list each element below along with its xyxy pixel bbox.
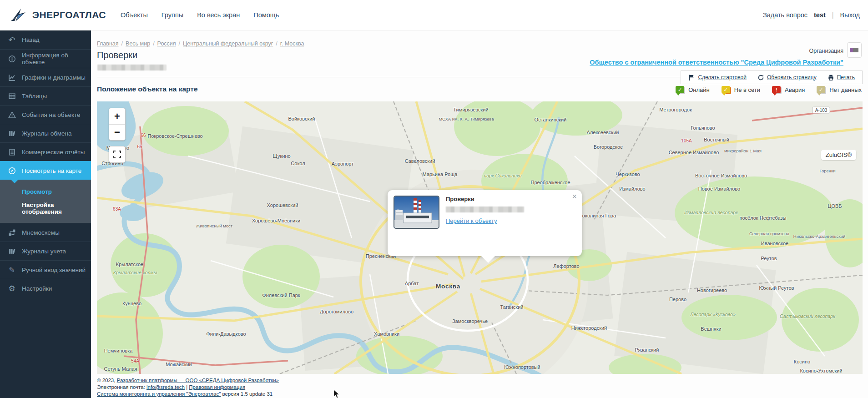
header-divider: | xyxy=(832,11,834,19)
sidebar-item-1[interactable]: Информация об объекте xyxy=(0,49,91,68)
menu-item-0[interactable]: Объекты xyxy=(121,11,148,19)
sidebar-item-label: Посмотреть на карте xyxy=(22,167,81,174)
footer-text: © 2023, xyxy=(97,378,117,383)
footer-text: Электронная почта: xyxy=(97,384,146,390)
sidebar-item-7[interactable]: Посмотреть на карте xyxy=(0,161,91,180)
sidebar-item-label: Журналы обмена xyxy=(22,130,71,137)
ask-question-link[interactable]: Задать вопрос xyxy=(763,11,807,19)
redacted-address xyxy=(97,65,167,71)
popup-redacted-address xyxy=(446,207,524,212)
legend-label: Авария xyxy=(785,86,805,93)
warning-icon xyxy=(7,110,16,119)
sidebar-item-4[interactable]: События на объекте xyxy=(0,105,91,124)
footer-link[interactable]: Правовая информация xyxy=(189,384,245,390)
sidebar-item-label: Таблицы xyxy=(22,93,47,100)
menu-item-3[interactable]: Помощь xyxy=(253,11,279,19)
menu-item-2[interactable]: Во весь экран xyxy=(197,11,240,19)
flag-icon xyxy=(688,74,695,81)
gear-icon: ⚙ xyxy=(7,284,16,293)
map-canvas[interactable]: МякининоСтрогиноПокровское-СтрешневоВойк… xyxy=(97,101,863,374)
popup-title: Проверки xyxy=(446,196,474,202)
refresh-page-button[interactable]: Обновить страницу xyxy=(757,74,817,81)
breadcrumb-separator: / xyxy=(121,40,123,47)
footer-link[interactable]: info@sreda.tech xyxy=(146,384,185,390)
legend-label: Онлайн xyxy=(688,86,710,93)
sidebar-item-label: Графики и диаграммы xyxy=(22,74,86,81)
menu-item-1[interactable]: Группы xyxy=(161,11,183,19)
sidebar-item-label: Ручной ввод значений xyxy=(22,267,86,273)
report-icon xyxy=(7,147,16,156)
mnemo-icon xyxy=(7,228,16,237)
sidebar-item-label: Коммерческие отчёты xyxy=(22,149,85,156)
submenu-item-1[interactable]: Настройка отображения xyxy=(0,198,91,218)
sidebar-item-label: Мнемосхемы xyxy=(22,229,60,236)
footer-link[interactable]: Разработчик платформы — ООО «СРЕДА Цифро… xyxy=(117,378,279,383)
breadcrumb-item-4[interactable]: г. Москва xyxy=(280,40,304,47)
printer-icon xyxy=(828,74,834,81)
object-photo[interactable] xyxy=(394,196,439,229)
fullscreen-icon xyxy=(113,151,121,158)
submenu-item-0[interactable]: Просмотр xyxy=(0,185,91,198)
sidebar-item-2[interactable]: Графики и диаграммы xyxy=(0,68,91,86)
map-legend: ✓Онлайн✓Не в сети!Авария✓Нет данных xyxy=(676,86,862,93)
sidebar-item-6[interactable]: Коммерческие отчёты xyxy=(0,142,91,161)
map-zoom-controls: + − xyxy=(109,108,126,141)
breadcrumb-item-3[interactable]: Центральный федеральный округ xyxy=(183,40,273,47)
status-marker-icon: ✓ xyxy=(676,86,684,93)
breadcrumb-item-0[interactable]: Главная xyxy=(97,40,119,47)
logo-icon xyxy=(10,8,28,22)
fullscreen-button[interactable] xyxy=(109,146,126,163)
sidebar-item-11[interactable]: ⚙Настройки xyxy=(0,279,91,297)
legend-label: Не в сети xyxy=(734,86,760,93)
sidebar-item-label: Журналы учета xyxy=(22,248,66,255)
status-marker-icon: ✓ xyxy=(817,86,825,93)
go-to-object-link[interactable]: Перейти к объекту xyxy=(446,217,497,224)
organization-logo[interactable] xyxy=(847,42,862,58)
books-icon xyxy=(7,129,16,138)
map-section-title: Положение объекта на карте xyxy=(97,85,198,93)
top-header: ЭНЕРГОАТЛАС ОбъектыГруппыВо весь экранПо… xyxy=(0,0,868,30)
header-right: Задать вопрос test | Выход xyxy=(763,11,860,19)
sidebar-item-label: Настройки xyxy=(22,285,52,292)
legend-item-1: ✓Не в сети xyxy=(722,86,760,93)
main-content: Главная/Весь мир/Россия/Центральный феде… xyxy=(91,30,868,398)
footer-link[interactable]: Система мониторинга и управления "Энерго… xyxy=(97,391,221,397)
map-attribution: ZuluGIS® xyxy=(821,150,856,160)
print-button[interactable]: Печать xyxy=(828,74,855,81)
breadcrumb-item-2[interactable]: Россия xyxy=(157,40,176,47)
legend-item-2: !Авария xyxy=(772,86,805,93)
refresh-icon xyxy=(757,74,764,81)
sidebar-item-0[interactable]: ↶Назад xyxy=(0,30,91,49)
zoom-out-button[interactable]: − xyxy=(109,124,125,140)
sidebar-item-5[interactable]: Журналы обмена xyxy=(0,124,91,142)
page-toolbar: Сделать стартовой Обновить страницу Печа… xyxy=(681,71,863,84)
chart-icon xyxy=(7,73,16,82)
sidebar-item-8[interactable]: Мнемосхемы xyxy=(0,223,91,242)
breadcrumb-separator: / xyxy=(153,40,154,47)
popup-tail xyxy=(481,256,495,263)
logo-text: ЭНЕРГОАТЛАС xyxy=(32,10,106,20)
username: test xyxy=(814,11,826,19)
app-logo[interactable]: ЭНЕРГОАТЛАС xyxy=(10,8,106,22)
footer-line-1: Электронная почта: info@sreda.tech | Пра… xyxy=(97,384,279,391)
back-icon: ↶ xyxy=(7,35,16,45)
zoom-in-button[interactable]: + xyxy=(109,108,125,124)
logout-link[interactable]: Выход xyxy=(840,11,860,19)
popup-close-icon[interactable]: × xyxy=(572,192,577,201)
sidebar-item-10[interactable]: ✎Ручной ввод значений xyxy=(0,260,91,279)
map-popup: × xyxy=(388,190,582,256)
set-homepage-button[interactable]: Сделать стартовой xyxy=(688,74,747,81)
sidebar-item-9[interactable]: Журналы учета xyxy=(0,242,91,260)
status-marker-icon: ✓ xyxy=(722,86,730,93)
books-icon xyxy=(7,247,16,256)
footer-text: версия 1.5 update 31 xyxy=(221,391,273,397)
page-footer: © 2023, Разработчик платформы — ООО «СРЕ… xyxy=(97,377,279,398)
breadcrumb-item-1[interactable]: Весь мир xyxy=(126,40,150,47)
organization-link[interactable]: Общество с ограниченной ответственностью… xyxy=(590,59,843,66)
sidebar-item-label: События на объекте xyxy=(22,111,81,118)
main-menu: ОбъектыГруппыВо весь экранПомощь xyxy=(121,11,279,19)
sidebar-item-3[interactable]: Таблицы xyxy=(0,86,91,105)
sidebar-submenu: ПросмотрНастройка отображения xyxy=(0,180,91,223)
info-icon xyxy=(7,54,16,63)
legend-item-0: ✓Онлайн xyxy=(676,86,710,93)
